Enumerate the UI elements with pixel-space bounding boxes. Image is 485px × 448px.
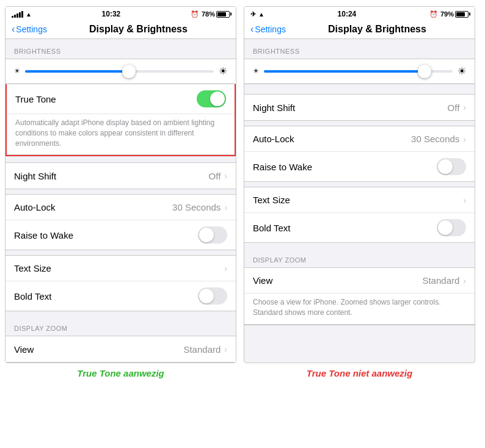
label-phone-1: True Tone aanwezig: [5, 368, 236, 378]
nav-bar-2: ‹ Settings Display & Brightness: [244, 20, 475, 39]
view-value-2: Standard: [422, 275, 459, 286]
raise-wake-row-1[interactable]: Raise to Wake: [5, 220, 236, 250]
view-description-2: Choose a view for iPhone. Zoomed shows l…: [244, 294, 475, 325]
brightness-slider-2[interactable]: [264, 70, 453, 73]
raise-wake-row-2[interactable]: Raise to Wake: [244, 152, 475, 181]
view-chevron-2: ›: [463, 276, 466, 286]
toggle-knob-1: [210, 92, 225, 106]
view-chevron-1: ›: [224, 344, 227, 354]
alarm-icon-2: ⏰: [429, 10, 438, 18]
autolock-label-1: Auto-Lock: [14, 202, 172, 212]
back-button-1[interactable]: ‹ Settings: [12, 24, 47, 35]
autolock-group-1: Auto-Lock 30 Seconds › Raise to Wake: [5, 194, 236, 250]
status-left-2: ✈ ▲: [250, 10, 264, 18]
bold-text-toggle-1[interactable]: [198, 287, 227, 305]
view-label-2: View: [253, 275, 422, 286]
status-time-1: 10:32: [102, 10, 121, 18]
view-label-1: View: [14, 344, 183, 355]
back-button-2[interactable]: ‹ Settings: [250, 24, 286, 35]
battery-pct-1: 78%: [202, 10, 215, 18]
text-size-row-2[interactable]: Text Size ›: [244, 187, 475, 213]
night-shift-group-2: Night Shift Off ›: [244, 94, 475, 121]
autolock-label-2: Auto-Lock: [253, 134, 411, 144]
true-tone-toggle-1[interactable]: [197, 90, 226, 107]
night-shift-value-2: Off: [448, 103, 460, 113]
airplane-icon: ✈: [250, 10, 256, 18]
true-tone-row-1[interactable]: True Tone: [7, 84, 235, 114]
brightness-row-1: ☀ ☀: [5, 59, 236, 84]
bold-text-row-1[interactable]: Bold Text: [5, 281, 236, 311]
night-shift-group-1: Night Shift Off ›: [5, 162, 236, 189]
display-zoom-header-2: DISPLAY ZOOM: [244, 248, 475, 267]
phone-1: ▲ 10:32 ⏰ 78% ‹ Settings Display & Brigh…: [5, 6, 236, 363]
text-size-chevron-1: ›: [224, 264, 227, 273]
raise-wake-label-2: Raise to Wake: [253, 162, 437, 172]
true-tone-section-1: True Tone Automatically adapt iPhone dis…: [5, 84, 236, 156]
brightness-header-2: BRIGHTNESS: [244, 39, 475, 59]
settings-content-2: BRIGHTNESS ☀ ☀ Night Shift Off: [244, 39, 475, 325]
text-size-label-1: Text Size: [14, 263, 224, 273]
nav-title-2: Display & Brightness: [292, 24, 462, 35]
back-label-1: Settings: [16, 24, 47, 34]
bold-text-toggle-2[interactable]: [437, 219, 466, 236]
night-shift-value-1: Off: [209, 171, 221, 181]
battery-icon-1: [216, 11, 230, 18]
view-row-2[interactable]: View Standard ›: [244, 268, 475, 294]
autolock-value-1: 30 Seconds: [172, 202, 221, 212]
brightness-low-icon-1: ☀: [14, 67, 20, 75]
back-label-2: Settings: [255, 24, 286, 34]
nav-bar-1: ‹ Settings Display & Brightness: [5, 20, 236, 39]
raise-wake-toggle-2[interactable]: [437, 158, 466, 175]
night-shift-row-2[interactable]: Night Shift Off ›: [244, 95, 475, 120]
autolock-chevron-2: ›: [463, 134, 466, 144]
display-zoom-header-1: DISPLAY ZOOM: [5, 316, 236, 336]
text-group-2: Text Size › Bold Text: [244, 187, 475, 243]
view-value-1: Standard: [183, 344, 221, 355]
display-zoom-group-2: View Standard › Choose a view for iPhone…: [244, 267, 475, 325]
night-shift-chevron-1: ›: [224, 171, 227, 181]
battery-1: 78%: [202, 10, 230, 18]
text-size-chevron-2: ›: [463, 195, 466, 205]
settings-content-1: BRIGHTNESS ☀ ☀ True Tone: [5, 39, 236, 363]
wifi-icon: ▲: [26, 11, 32, 18]
brightness-group-2: ☀ ☀: [244, 59, 475, 84]
brightness-high-icon-1: ☀: [219, 65, 227, 77]
brightness-group-1: ☀ ☀: [5, 59, 236, 84]
text-group-1: Text Size › Bold Text: [5, 255, 236, 311]
label-phone-2: True Tone niet aanwezig: [244, 368, 475, 378]
view-row-1[interactable]: View Standard ›: [5, 336, 236, 362]
raise-wake-toggle-1[interactable]: [198, 226, 227, 244]
status-right-1: ⏰ 78%: [191, 10, 230, 18]
bold-text-label-1: Bold Text: [14, 291, 198, 302]
status-bar-2: ✈ ▲ 10:24 ⏰ 79%: [244, 7, 475, 20]
night-shift-chevron-2: ›: [463, 103, 466, 112]
text-size-row-1[interactable]: Text Size ›: [5, 256, 236, 281]
battery-pct-2: 79%: [440, 10, 454, 18]
status-time-2: 10:24: [338, 10, 357, 18]
back-chevron-icon-1: ‹: [12, 24, 15, 35]
autolock-group-2: Auto-Lock 30 Seconds › Raise to Wake: [244, 126, 475, 182]
raise-wake-label-1: Raise to Wake: [14, 230, 198, 240]
nav-title-1: Display & Brightness: [53, 24, 224, 35]
alarm-icon: ⏰: [191, 10, 199, 18]
text-size-label-2: Text Size: [253, 195, 463, 205]
brightness-low-icon-2: ☀: [253, 67, 259, 75]
autolock-row-2[interactable]: Auto-Lock 30 Seconds ›: [244, 126, 475, 152]
brightness-slider-1[interactable]: [25, 70, 214, 73]
night-shift-row-1[interactable]: Night Shift Off ›: [5, 163, 236, 189]
battery-2: 79%: [440, 10, 469, 18]
brightness-row-2: ☀ ☀: [244, 59, 475, 84]
true-tone-description-1: Automatically adapt iPhone display based…: [7, 114, 235, 155]
back-chevron-icon-2: ‹: [250, 24, 253, 35]
display-zoom-group-1: View Standard ›: [5, 336, 236, 363]
autolock-row-1[interactable]: Auto-Lock 30 Seconds ›: [5, 195, 236, 220]
bold-text-label-2: Bold Text: [253, 223, 437, 233]
bold-text-row-2[interactable]: Bold Text: [244, 213, 475, 242]
true-tone-label-1: True Tone: [15, 94, 197, 104]
autolock-chevron-1: ›: [224, 203, 227, 212]
battery-icon-2: [455, 11, 469, 18]
night-shift-label-1: Night Shift: [14, 171, 209, 181]
signal-icon: [12, 11, 23, 18]
status-right-2: ⏰ 79%: [429, 10, 469, 18]
labels-row: True Tone aanwezig True Tone niet aanwez…: [0, 363, 485, 383]
